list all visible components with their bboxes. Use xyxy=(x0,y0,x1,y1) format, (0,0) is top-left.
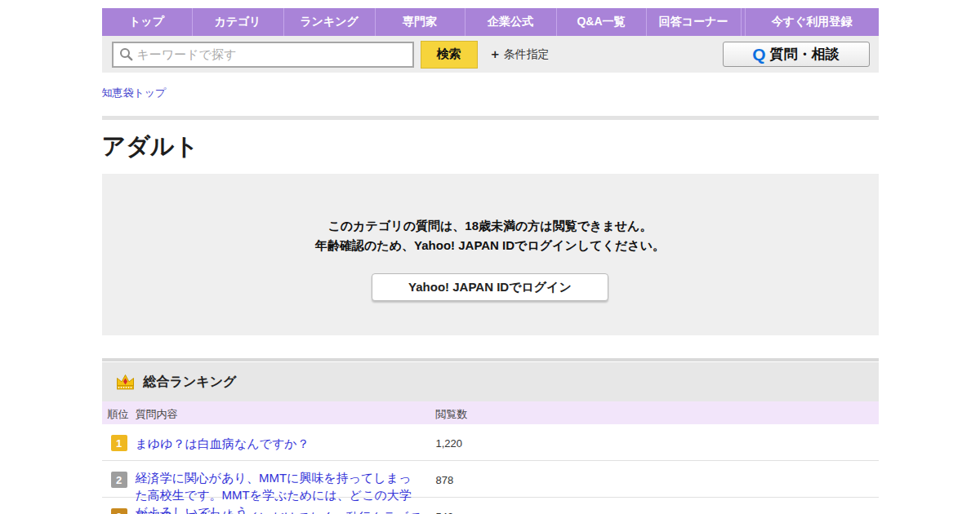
nav-item-ranking[interactable]: ランキング xyxy=(283,8,375,36)
ask-question-label: 質問・相談 xyxy=(770,45,840,64)
plus-icon: ＋ xyxy=(489,47,501,62)
ranking-column-headers: 順位 質問内容 閲覧数 xyxy=(102,401,879,424)
ask-question-button[interactable]: Q 質問・相談 xyxy=(723,42,870,67)
question-link[interactable]: まゆゆ？は白血病なんですか？ xyxy=(136,435,423,452)
column-rank: 順位 xyxy=(108,407,129,422)
top-nav: トップ カテゴリ ランキング 専門家 企業公式 Q&A一覧 回答コーナー 今すぐ… xyxy=(102,8,879,36)
ranking-top-bar xyxy=(102,358,879,361)
ranking-header: 総合ランキング xyxy=(102,362,879,401)
notice-line-1: このカテゴリの質問は、18歳未満の方は閲覧できません。 xyxy=(102,216,879,236)
column-views: 閲覧数 xyxy=(436,407,468,422)
nav-item-category[interactable]: カテゴリ xyxy=(192,8,283,36)
view-count: 878 xyxy=(436,474,454,486)
rank-badge-1: 1 xyxy=(111,435,127,451)
nav-item-top[interactable]: トップ xyxy=(102,8,192,36)
nav-item-register[interactable]: 今すぐ利用登録 xyxy=(746,8,879,36)
magnifier-icon xyxy=(119,47,133,61)
notice-line-2: 年齢確認のため、Yahoo! JAPAN IDでログインしてください。 xyxy=(102,236,879,255)
crown-icon xyxy=(115,373,136,392)
table-row: 2 経済学に関心があり、MMTに興味を持ってしまった高校生です。MMTを学ぶため… xyxy=(102,461,879,498)
search-toolbar: 検索 ＋ 条件指定 Q 質問・相談 xyxy=(102,36,879,73)
nav-item-official[interactable]: 企業公式 xyxy=(465,8,556,36)
table-row: 1 まゆゆ？は白血病なんですか？ 1,220 xyxy=(102,424,879,461)
table-row: 3 渡部建って多目的トイレだけでなく。乱行クラブで 543 xyxy=(102,498,879,514)
rank-badge-3: 3 xyxy=(111,508,127,514)
rank-badge-2: 2 xyxy=(111,472,127,488)
section-divider xyxy=(102,116,879,120)
column-question: 質問内容 xyxy=(136,407,178,422)
advanced-search-link[interactable]: ＋ 条件指定 xyxy=(489,47,550,62)
question-link[interactable]: 渡部建って多目的トイレだけでなく。乱行クラブで xyxy=(136,508,423,514)
search-box[interactable] xyxy=(112,42,414,68)
breadcrumb-home-link[interactable]: 知恵袋トップ xyxy=(102,86,167,99)
view-count: 1,220 xyxy=(436,437,463,450)
breadcrumb: 知恵袋トップ xyxy=(102,86,879,100)
age-verification-notice: このカテゴリの質問は、18歳未満の方は閲覧できません。 年齢確認のため、Yaho… xyxy=(102,174,879,335)
yahoo-login-button[interactable]: Yahoo! JAPAN IDでログイン xyxy=(372,273,608,301)
page-content: トップ カテゴリ ランキング 専門家 企業公式 Q&A一覧 回答コーナー 今すぐ… xyxy=(102,8,879,514)
page-title: アダルト xyxy=(102,131,879,163)
ranking-title: 総合ランキング xyxy=(144,374,237,391)
nav-item-answer-corner[interactable]: 回答コーナー xyxy=(646,8,741,36)
search-button[interactable]: 検索 xyxy=(421,41,478,69)
nav-item-qa-list[interactable]: Q&A一覧 xyxy=(556,8,646,36)
q-logo-icon: Q xyxy=(752,45,765,64)
advanced-search-label: 条件指定 xyxy=(504,47,550,62)
view-count: 543 xyxy=(436,511,454,514)
search-input[interactable] xyxy=(137,47,407,61)
nav-item-experts[interactable]: 専門家 xyxy=(375,8,465,36)
overall-ranking-section: 総合ランキング 順位 質問内容 閲覧数 1 まゆゆ？は白血病なんですか？ 1,2… xyxy=(102,358,879,514)
